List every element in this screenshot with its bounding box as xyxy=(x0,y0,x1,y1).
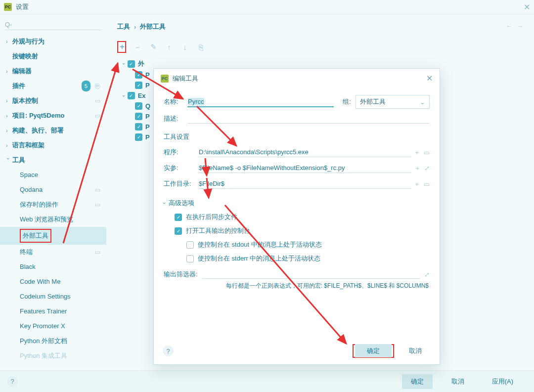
browse-icon[interactable]: ▭ xyxy=(424,149,430,156)
cancel-button[interactable]: 取消 xyxy=(443,374,473,389)
sidebar-item-terminal[interactable]: 终端▭ xyxy=(0,245,106,260)
group-select[interactable]: 外部工具⌄ xyxy=(356,95,430,109)
dialog-cancel-button[interactable]: 取消 xyxy=(400,344,431,358)
sidebar-item-build[interactable]: ›构建、执行、部署 xyxy=(0,123,106,138)
window-title: 设置 xyxy=(16,2,29,11)
sidebar-item-browser[interactable]: Web 浏览器和预览 xyxy=(0,212,106,227)
sidebar-item-pydocs[interactable]: Python 外部文档 xyxy=(0,334,106,348)
close-icon[interactable]: ✕ xyxy=(524,2,530,12)
open-console-checkbox[interactable]: ✓打开工具输出的控制台 xyxy=(175,226,430,235)
insert-macro-icon[interactable]: + xyxy=(415,165,419,172)
expand-icon[interactable]: ⤢ xyxy=(424,271,430,278)
insert-macro-icon[interactable]: + xyxy=(415,180,419,188)
up-button[interactable]: ↑ xyxy=(165,43,174,51)
desc-input[interactable] xyxy=(187,114,430,124)
sidebar-item-codewithme[interactable]: Code With Me xyxy=(0,274,106,289)
sidebar: ›外观与行为 按键映射 ›编辑器 插件5㊥ ›版本控制▭ ›项目: Pyqt5D… xyxy=(0,14,106,370)
desc-label: 描述: xyxy=(164,114,187,123)
nav-fwd-icon[interactable]: → xyxy=(517,22,523,30)
wd-input[interactable]: $FileDir$ xyxy=(198,179,411,189)
filter-hint: 每行都是一个正则表达式，可用的宏: $FILE_PATH$、$LINE$ 和 $… xyxy=(164,282,430,290)
program-label: 程序: xyxy=(164,148,198,157)
plugin-badge: 5 xyxy=(82,81,90,91)
group-label: 组: xyxy=(343,97,356,106)
sidebar-item-pyint[interactable]: Python 集成工具 xyxy=(0,348,106,363)
chevron-right-icon: › xyxy=(6,36,11,47)
nav-back-icon[interactable]: ← xyxy=(506,22,512,30)
sync-files-checkbox[interactable]: ✓在执行后同步文件 xyxy=(175,213,430,221)
sidebar-item-codeium[interactable]: Codeium Settings xyxy=(0,289,106,304)
sidebar-item-appearance[interactable]: ›外观与行为 xyxy=(0,34,106,49)
ok-button[interactable]: 确定 xyxy=(402,374,433,389)
search-input[interactable] xyxy=(5,19,101,30)
add-button[interactable]: + xyxy=(117,41,126,53)
toolbar: + − ✎ ↑ ↓ ⎘ xyxy=(117,38,523,56)
dialog-title: 编辑工具 xyxy=(173,74,198,83)
sidebar-item-lang[interactable]: ›语言和框架 xyxy=(0,138,106,153)
tool-settings-label: 工具设置 xyxy=(164,132,430,141)
project-icon: ▭ xyxy=(95,95,100,106)
down-button[interactable]: ↓ xyxy=(180,43,189,51)
sidebar-item-plugins[interactable]: 插件5㊥ xyxy=(0,79,106,93)
sidebar-item-save[interactable]: 保存时的操作▭ xyxy=(0,197,106,212)
chevron-down-icon: ⌄ xyxy=(420,98,425,106)
app-icon: PC xyxy=(4,3,12,11)
program-input[interactable]: D:\install\Anaconda\Scripts\pyrcc5.exe xyxy=(198,147,411,157)
sidebar-item-editor[interactable]: ›编辑器 xyxy=(0,64,106,79)
args-input[interactable]: $FileName$ -o $FileNameWithoutExtension$… xyxy=(198,163,411,173)
sidebar-item-keymap[interactable]: 按键映射 xyxy=(0,49,106,64)
help-button[interactable]: ? xyxy=(7,376,18,387)
expand-icon[interactable]: ⤢ xyxy=(424,165,430,172)
sidebar-item-tools[interactable]: ›工具 xyxy=(0,153,106,168)
remove-button[interactable]: − xyxy=(133,43,142,51)
advanced-options-toggle[interactable]: ›高级选项 xyxy=(164,199,430,208)
args-label: 实参: xyxy=(164,164,198,173)
edit-button[interactable]: ✎ xyxy=(149,43,158,51)
name-label: 名称: xyxy=(164,97,187,106)
stdout-checkbox[interactable]: 使控制台在 stdout 中的消息上处于活动状态 xyxy=(186,240,430,249)
dialog-help-button[interactable]: ? xyxy=(163,346,174,356)
sidebar-item-vcs[interactable]: ›版本控制▭ xyxy=(0,93,106,108)
sidebar-item-features[interactable]: Features Trainer xyxy=(0,304,106,319)
title-bar: PC 设置 ✕ xyxy=(0,0,534,14)
breadcrumb: 工具›外部工具 xyxy=(117,19,523,38)
translate-icon: ㊥ xyxy=(94,81,100,91)
sidebar-item-black[interactable]: Black xyxy=(0,260,106,274)
apply-button[interactable]: 应用(A) xyxy=(483,374,522,389)
wd-label: 工作目录: xyxy=(164,179,198,188)
sidebar-item-space[interactable]: Space xyxy=(0,168,106,182)
edit-tool-dialog: PC 编辑工具 ✕ 名称: Pyrcc 组: 外部工具⌄ 描述: 工具设置 程序… xyxy=(153,68,440,365)
sidebar-item-external-tools[interactable]: 外部工具 xyxy=(0,227,106,245)
dialog-close-icon[interactable]: ✕ xyxy=(426,74,433,83)
stderr-checkbox[interactable]: 使控制台在 stderr 中的消息上处于活动状态 xyxy=(186,254,430,263)
sidebar-item-project[interactable]: ›项目: Pyqt5Demo▭ xyxy=(0,108,106,123)
sidebar-item-keypromoter[interactable]: Key Promoter X xyxy=(0,319,106,334)
filter-input[interactable] xyxy=(202,270,420,279)
filter-label: 输出筛选器: xyxy=(164,270,202,279)
browse-icon[interactable]: ▭ xyxy=(424,180,430,188)
dialog-ok-button[interactable]: 确定 xyxy=(355,344,392,357)
copy-button[interactable]: ⎘ xyxy=(196,43,205,51)
name-input[interactable]: Pyrcc xyxy=(187,97,334,107)
bottom-bar: ? 确定 取消 应用(A) xyxy=(0,370,534,392)
sidebar-item-qodana[interactable]: Qodana▭ xyxy=(0,182,106,197)
insert-macro-icon[interactable]: + xyxy=(415,149,419,156)
